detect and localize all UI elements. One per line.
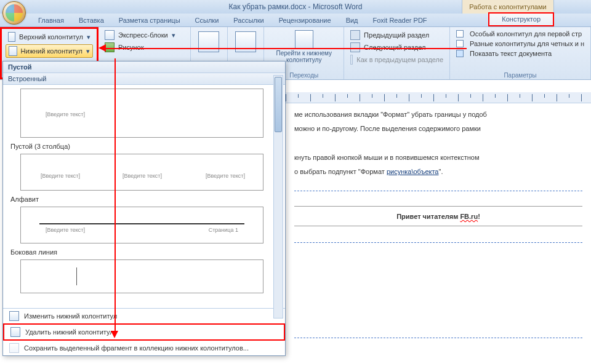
gallery-item-empty[interactable]: [Введите текст] — [20, 89, 263, 138]
edit-footer-label: Изменить нижний колонтитул — [24, 312, 117, 320]
placeholder-text: [Введите текст] — [41, 173, 80, 179]
tab-mail[interactable]: Рассылки — [226, 15, 271, 26]
footer-label: Нижний колонтитул — [21, 47, 82, 55]
show-text-label: Показать текст документа — [470, 50, 552, 57]
doc-paragraph[interactable]: кнуть правой кнопкой мыши и в появившемс… — [294, 152, 582, 163]
save-icon — [9, 343, 19, 353]
tab-insert[interactable]: Вставка — [71, 15, 111, 26]
footer-gallery-dropdown: Пустой Встроенный [Введите текст] Пустой… — [2, 61, 286, 356]
text-fragment: о выбрать подпункт "Формат — [294, 168, 387, 175]
special-first-check[interactable]: Особый колонтитул для первой стр — [454, 29, 587, 39]
picture-button[interactable]: Рисунок — [102, 41, 187, 53]
diff-oddeven-label: Разные колонтитулы для четных и н — [470, 40, 584, 47]
footer-icon — [9, 46, 17, 56]
next-icon — [350, 42, 360, 52]
gallery-header-empty: Пустой — [3, 61, 285, 73]
doc-paragraph[interactable]: о выбрать подпункт "Формат рисунка\объек… — [294, 167, 582, 177]
picture-icon — [105, 42, 115, 52]
title-bar: Как убрать рамки.docx - Microsoft Word Р… — [0, 0, 591, 14]
gallery-item-sideline[interactable] — [20, 259, 263, 293]
prev-icon — [350, 30, 360, 40]
asprev-label: Как в предыдущем разделе — [356, 56, 443, 63]
text-link: рисунка\объекта — [387, 168, 439, 175]
placeholder-text: [Введите текст] — [206, 173, 245, 179]
remove-footer-label: Удалить нижний колонтитул — [25, 328, 114, 336]
picture-label: Рисунок — [118, 44, 144, 51]
header-button[interactable]: Верхний колонтитул ▾ — [6, 31, 93, 43]
group-options: Особый колонтитул для первой стр Разные … — [450, 27, 591, 79]
goto-footer-icon[interactable] — [295, 30, 313, 49]
asprev-icon — [350, 55, 353, 65]
placeholder-text: [Введите текст] — [46, 111, 85, 117]
gallery-label-alphabet: Алфавит — [8, 191, 273, 205]
footer-button[interactable]: Нижний колонтитул ▾ — [6, 44, 93, 58]
text-fragment: можно и по-другому. После выделения соде… — [294, 125, 481, 132]
save-footer-label: Сохранить выделенный фрагмент в коллекци… — [24, 344, 249, 352]
tab-designer[interactable]: Конструктор — [488, 12, 554, 26]
as-prev-button: Как в предыдущем разделе — [348, 53, 446, 66]
footer-text-wavy: FB.ru — [460, 213, 478, 220]
prev-label: Предыдущий раздел — [364, 31, 429, 39]
remove-icon — [10, 327, 20, 337]
doc-paragraph[interactable]: можно и по-другому. После выделения соде… — [294, 124, 582, 134]
prev-section-button[interactable]: Предыдущий раздел — [348, 29, 446, 41]
tab-view[interactable]: Вид — [339, 15, 366, 26]
checkbox-icon — [456, 40, 464, 47]
scrollbar-thumb[interactable] — [275, 77, 282, 132]
gallery-footer: Изменить нижний колонтитул Удалить нижни… — [3, 308, 285, 355]
blocks-icon — [105, 30, 115, 40]
section-separator — [294, 338, 582, 338]
express-label: Экспресс-блоки — [118, 31, 168, 39]
next-label: Следующий раздел — [364, 44, 425, 51]
checkbox-checked-icon — [456, 50, 464, 57]
remove-footer-item[interactable]: Удалить нижний колонтитул — [3, 323, 285, 341]
horizontal-ruler[interactable] — [286, 92, 591, 103]
footer-content-box[interactable]: Привет читателям FB.ru! — [294, 206, 582, 226]
gallery-item-alphabet[interactable]: [Введите текст] Страница 1 — [20, 207, 263, 243]
gallery-label-empty3: Пустой (3 столбца) — [8, 138, 273, 152]
tab-foxit[interactable]: Foxit Reader PDF — [366, 15, 435, 26]
params-group-label: Параметры — [450, 72, 590, 79]
annotation-arrow-vertical — [115, 58, 116, 332]
save-footer-item: Сохранить выделенный фрагмент в коллекци… — [3, 341, 285, 355]
text-fragment: ме использования вкладки "Формат" убрать… — [294, 111, 487, 118]
document-area: ме использования вкладки "Формат" убрать… — [286, 92, 591, 364]
gallery-scroll[interactable]: [Введите текст] Пустой (3 столбца) [Введ… — [3, 85, 285, 308]
text-fragment: ". — [439, 168, 443, 175]
next-section-button[interactable]: Следующий раздел — [348, 41, 446, 53]
group-sections: Предыдущий раздел Следующий раздел Как в… — [344, 27, 450, 79]
doc-paragraph[interactable]: ме использования вкладки "Формат" убрать… — [294, 109, 582, 120]
footer-text: Привет читателям — [396, 213, 460, 220]
checkbox-icon — [456, 30, 464, 38]
document-body[interactable]: ме использования вкладки "Формат" убрать… — [286, 103, 591, 358]
gallery-item-empty3[interactable]: [Введите текст] [Введите текст] [Введите… — [20, 154, 263, 191]
placeholder-text: [Введите текст] — [46, 227, 85, 233]
gallery-label-sideline: Боковая линия — [8, 243, 273, 258]
tab-links[interactable]: Ссылки — [188, 15, 227, 26]
ribbon-tabs: Главная Вставка Разметка страницы Ссылки… — [0, 14, 591, 27]
header-icon — [8, 32, 15, 42]
header-label: Верхний колонтитул — [19, 33, 83, 41]
gallery-scrollbar[interactable] — [273, 75, 283, 318]
page-number-text: Страница 1 — [209, 227, 238, 233]
gallery-header-builtin: Встроенный — [3, 73, 285, 85]
tab-review[interactable]: Рецензирование — [271, 15, 339, 26]
arrowhead-left-icon — [98, 44, 106, 52]
arrowhead-down-icon — [111, 331, 118, 338]
diff-oddeven-check[interactable]: Разные колонтитулы для четных и н — [454, 39, 587, 49]
express-blocks-button[interactable]: Экспресс-блоки ▾ — [102, 29, 187, 41]
edit-footer-item[interactable]: Изменить нижний колонтитул — [3, 309, 285, 323]
contextual-tab-title: Работа с колонтитулами — [462, 0, 554, 14]
footer-text: ! — [478, 213, 480, 220]
placeholder-text: [Введите текст] — [123, 173, 162, 179]
tab-layout[interactable]: Разметка страницы — [111, 15, 188, 26]
tab-home[interactable]: Главная — [31, 15, 71, 26]
section-separator — [294, 242, 582, 243]
office-button[interactable] — [2, 1, 26, 25]
text-fragment: кнуть правой кнопкой мыши и в появившемс… — [294, 154, 480, 161]
show-text-check[interactable]: Показать текст документа — [454, 49, 587, 58]
annotation-arrow-horizontal — [103, 48, 467, 49]
special-first-label: Особый колонтитул для первой стр — [470, 30, 582, 38]
section-separator — [294, 191, 582, 191]
edit-icon — [9, 311, 19, 321]
